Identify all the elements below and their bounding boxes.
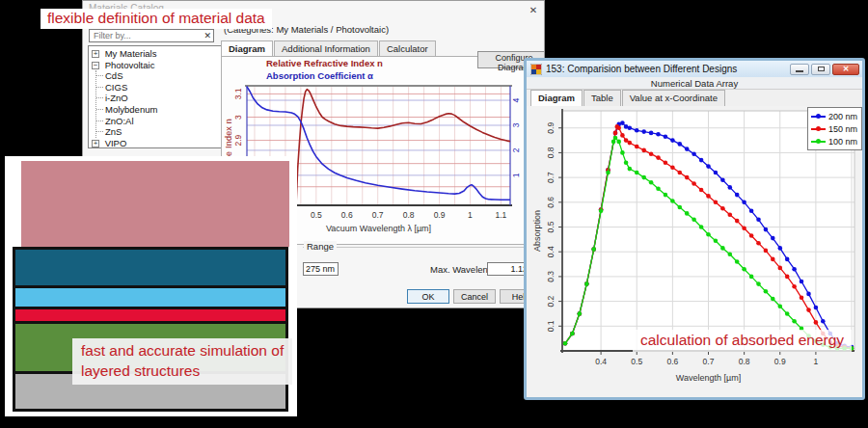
layer-1 [15, 250, 285, 285]
results-tab-table[interactable]: Table [583, 90, 621, 106]
svg-text:0.9: 0.9 [774, 357, 786, 366]
svg-text:1.1: 1.1 [496, 210, 507, 220]
cancel-button[interactable]: Cancel [453, 289, 496, 304]
window-controls: ✕ [790, 64, 859, 75]
legend-item-200-nm: 200 nm [811, 110, 861, 122]
svg-text:1: 1 [511, 173, 521, 177]
tab-diagram[interactable]: Diagram [221, 40, 273, 57]
document-type-label: Numerical Data Array [527, 77, 862, 90]
min-wavelength-field[interactable]: 275 nm [303, 262, 339, 276]
legend-label: 200 nm [828, 112, 857, 121]
minimize-button[interactable] [790, 64, 809, 75]
close-icon[interactable]: ✕ [527, 4, 540, 17]
annotation-line-2: layered structures [81, 361, 284, 381]
svg-text:4: 4 [511, 97, 521, 102]
collapse-icon[interactable]: − [92, 62, 99, 69]
composite-stage: Materials Catalog ✕ ✕ + My Materials− Ph… [0, 0, 868, 428]
svg-text:0.3: 0.3 [546, 271, 556, 282]
svg-text:0.7: 0.7 [546, 172, 556, 183]
tree-item-photovoltaic[interactable]: − Photovoltaic [92, 60, 222, 71]
materials-tree: + My Materials− PhotovoltaicCdSCIGSi-ZnO… [88, 45, 223, 148]
results-diagram-page: 0.10.20.30.40.50.60.70.80.90.40.50.60.70… [527, 106, 862, 397]
svg-text:2: 2 [511, 147, 521, 152]
tree-item-my-materials[interactable]: + My Materials [92, 48, 222, 60]
svg-text:0.7: 0.7 [372, 210, 384, 220]
tree-children-photovoltaic: CdSCIGSi-ZnOMolybdenumZnO:AlZnS [95, 70, 222, 138]
tree-item-molybdenum[interactable]: Molybdenum [96, 104, 222, 116]
layer-2 [15, 288, 285, 307]
svg-text:0.9: 0.9 [546, 122, 556, 134]
annotation-material-data: flexible definition of material data [41, 9, 272, 29]
layer-3 [15, 309, 285, 321]
legend-label: 100 nm [828, 137, 857, 147]
layer-superstrate [21, 161, 289, 247]
annotation-layered-structures: fast and accurate simulation of layered … [72, 338, 292, 385]
svg-text:1: 1 [468, 210, 473, 220]
svg-text:0.8: 0.8 [739, 357, 750, 366]
results-tab-bar: DiagramTableValue at x-Coordinate [527, 90, 862, 106]
filter-input-box[interactable]: ✕ [89, 29, 214, 42]
tree-item-cigs[interactable]: CIGS [96, 82, 222, 94]
svg-text:Vacuum Wavelength λ [µm]: Vacuum Wavelength λ [µm] [326, 224, 431, 233]
dialog-tab-bar: DiagramAdditional InformationCalculator [221, 40, 437, 57]
svg-text:Absorption: Absorption [532, 210, 542, 252]
tab-additional-information[interactable]: Additional Information [274, 40, 378, 57]
legend-item-150-nm: 150 nm [811, 122, 861, 135]
clear-filter-icon[interactable]: ✕ [203, 31, 211, 40]
expand-icon[interactable]: + [92, 140, 99, 147]
annotation-absorbed-energy: calculation of absorbed energy [633, 330, 852, 352]
svg-text:0.4: 0.4 [546, 246, 556, 257]
svg-text:0.6: 0.6 [546, 197, 556, 208]
tab-calculator[interactable]: Calculator [379, 40, 436, 57]
chart-legend: 200 nm150 nm100 nm [807, 107, 862, 150]
tree-item-zno-al[interactable]: ZnO:Al [96, 116, 222, 127]
expand-icon[interactable]: + [92, 50, 99, 58]
svg-text:0.7: 0.7 [703, 357, 715, 366]
tree-item-cds[interactable]: CdS [96, 70, 222, 82]
results-tab-diagram[interactable]: Diagram [530, 90, 583, 106]
svg-text:0.5: 0.5 [546, 221, 556, 232]
svg-text:0.6: 0.6 [666, 357, 678, 366]
app-icon [530, 64, 542, 75]
svg-text:0.8: 0.8 [546, 147, 556, 158]
close-button[interactable]: ✕ [832, 64, 859, 75]
svg-text:3: 3 [511, 122, 521, 127]
svg-text:1: 1 [814, 357, 819, 366]
svg-text:0.4: 0.4 [595, 357, 607, 366]
legend-marker-150-nm [811, 125, 826, 132]
svg-text:0.6: 0.6 [341, 210, 353, 220]
range-group-label: Range [304, 241, 337, 252]
svg-text:0.5: 0.5 [311, 210, 322, 220]
legend-marker-100-nm [811, 138, 826, 145]
ok-button[interactable]: OK [407, 289, 449, 304]
svg-text:0.5: 0.5 [631, 357, 642, 366]
svg-text:0.2: 0.2 [546, 295, 556, 307]
tree-item-zns[interactable]: ZnS [96, 126, 222, 138]
layer-stack [13, 247, 288, 412]
results-title-bar[interactable]: 153: Comparision between Different Desig… [527, 61, 862, 77]
legend-marker-200-nm [811, 113, 826, 120]
range-groupbox [303, 247, 543, 248]
svg-text:0.1: 0.1 [546, 320, 556, 332]
filter-input[interactable] [92, 30, 203, 41]
maximize-button[interactable] [811, 64, 830, 75]
svg-text:0.8: 0.8 [403, 210, 415, 220]
annotation-line-1: fast and accurate simulation of [81, 340, 284, 361]
results-title: 153: Comparision between Different Desig… [546, 64, 790, 74]
series-label-refractive-index: Relative Refractive Index n [266, 58, 383, 68]
results-tab-value-at-x-coordinate[interactable]: Value at x-Coordinate [622, 90, 725, 106]
legend-label: 150 nm [828, 124, 857, 134]
tree-item-i-zno[interactable]: i-ZnO [96, 93, 222, 104]
legend-item-100-nm: 100 nm [811, 135, 861, 147]
svg-text:0.9: 0.9 [434, 210, 446, 220]
svg-text:Wavelength [µm]: Wavelength [µm] [676, 373, 741, 383]
tree-item-vipo[interactable]: + VIPO [92, 138, 222, 148]
